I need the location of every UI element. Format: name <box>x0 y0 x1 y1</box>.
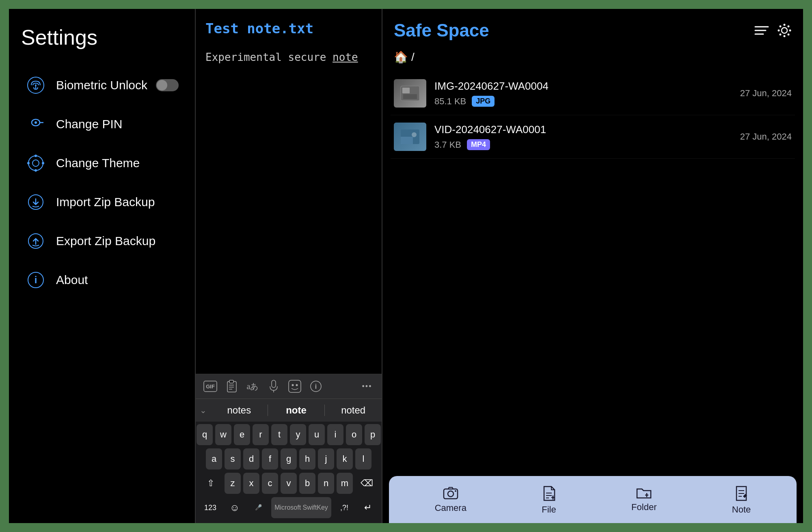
svg-point-46 <box>412 132 417 137</box>
key-b[interactable]: b <box>299 473 315 494</box>
key-voice[interactable]: 🎤 <box>248 497 269 518</box>
keyboard-row-1: q w e r t y u i o p <box>197 424 380 445</box>
svg-point-33 <box>784 24 786 26</box>
suggestion-collapse[interactable]: ⌄ <box>196 405 211 415</box>
keyboard-toolbar: GIF aあ <box>196 374 382 398</box>
key-e[interactable]: e <box>234 424 250 445</box>
kb-gif-button[interactable]: GIF <box>201 378 219 394</box>
file-date-img: 27 Jun, 2024 <box>740 88 792 99</box>
kb-mic-button[interactable] <box>265 378 283 394</box>
svg-point-36 <box>789 30 791 32</box>
filter-icon[interactable] <box>754 25 769 36</box>
svg-point-32 <box>782 28 787 33</box>
settings-item-change-theme[interactable]: Change Theme <box>21 144 183 183</box>
file-thumb-img <box>394 79 426 108</box>
suggestion-0[interactable]: notes <box>211 402 268 418</box>
svg-text:i: i <box>315 383 317 390</box>
key-punct[interactable]: ,?! <box>334 497 355 518</box>
file-meta-vid: 3.7 KB MP4 <box>434 139 740 150</box>
keyboard-bottom-row: 123 ☺ 🎤 Microsoft SwiftKey ,?! ↵ <box>197 497 380 521</box>
about-label: About <box>56 273 179 287</box>
home-icon[interactable]: 🏠 <box>394 50 408 64</box>
keyboard-row-3: ⇧ z x c v b n m ⌫ <box>197 473 380 494</box>
kb-clipboard-button[interactable] <box>222 378 240 394</box>
svg-point-6 <box>32 160 39 166</box>
key-numbers[interactable]: 123 <box>199 497 222 518</box>
key-n[interactable]: n <box>318 473 334 494</box>
key-q[interactable]: q <box>197 424 213 445</box>
toolbar-file-button[interactable]: File <box>542 486 556 515</box>
settings-title: Settings <box>21 25 183 50</box>
biometric-toggle[interactable] <box>156 79 179 91</box>
file-size-img: 85.1 KB <box>434 96 466 107</box>
folder-icon <box>636 486 652 499</box>
kb-translate-button[interactable]: aあ <box>244 378 261 394</box>
suggestion-1[interactable]: note <box>268 402 325 418</box>
file-item-img[interactable]: IMG-20240627-WA0004 85.1 KB JPG 27 Jun, … <box>391 72 795 115</box>
key-space[interactable]: Microsoft SwiftKey <box>271 497 331 518</box>
note-content-underlined: note <box>333 51 358 63</box>
key-p[interactable]: p <box>365 424 381 445</box>
key-d[interactable]: d <box>243 448 259 470</box>
svg-rect-45 <box>401 137 413 144</box>
key-emoji[interactable]: ☺ <box>224 497 245 518</box>
key-h[interactable]: h <box>299 448 315 470</box>
import-zip-icon <box>25 192 46 213</box>
key-l[interactable]: l <box>355 448 371 470</box>
settings-item-biometric[interactable]: Biometric Unlock <box>21 66 183 105</box>
key-k[interactable]: k <box>337 448 353 470</box>
file-thumb-vid <box>394 123 426 151</box>
change-pin-icon <box>25 114 46 135</box>
key-x[interactable]: x <box>243 473 259 494</box>
settings-item-export-zip[interactable]: Export Zip Backup <box>21 222 183 261</box>
file-list: IMG-20240627-WA0004 85.1 KB JPG 27 Jun, … <box>382 72 803 472</box>
key-v[interactable]: v <box>281 473 297 494</box>
kb-info-button[interactable]: i <box>307 378 325 394</box>
key-s[interactable]: s <box>225 448 241 470</box>
toolbar-folder-button[interactable]: Folder <box>631 486 657 515</box>
key-m[interactable]: m <box>337 473 353 494</box>
bottom-toolbar: Camera File <box>389 476 797 523</box>
toolbar-note-button[interactable]: Note <box>732 486 751 515</box>
breadcrumb-separator: / <box>411 51 415 64</box>
key-enter[interactable]: ↵ <box>357 497 378 518</box>
key-g[interactable]: g <box>281 448 297 470</box>
key-z[interactable]: z <box>225 473 241 494</box>
svg-point-49 <box>455 490 456 492</box>
key-c[interactable]: c <box>262 473 278 494</box>
settings-item-change-pin[interactable]: Change PIN <box>21 105 183 144</box>
key-a[interactable]: a <box>206 448 222 470</box>
kb-more-button[interactable]: ••• <box>358 378 376 394</box>
key-o[interactable]: o <box>346 424 362 445</box>
safespace-settings-icon[interactable] <box>777 23 792 38</box>
note-icon <box>735 486 748 501</box>
settings-item-about[interactable]: i About <box>21 261 183 299</box>
key-shift[interactable]: ⇧ <box>199 473 222 494</box>
biometric-label: Biometric Unlock <box>56 78 156 92</box>
key-i[interactable]: i <box>327 424 343 445</box>
export-zip-label: Export Zip Backup <box>56 234 179 248</box>
file-item-vid[interactable]: VID-20240627-WA0001 3.7 KB MP4 27 Jun, 2… <box>391 115 795 159</box>
file-badge-jpg: JPG <box>472 96 495 107</box>
kb-sticker-button[interactable] <box>286 378 304 394</box>
about-icon: i <box>25 269 46 291</box>
suggestion-2[interactable]: noted <box>325 402 382 418</box>
key-j[interactable]: j <box>318 448 334 470</box>
file-info-img: IMG-20240627-WA0004 85.1 KB JPG <box>434 80 740 107</box>
svg-rect-42 <box>402 88 410 93</box>
toolbar-camera-button[interactable]: Camera <box>435 486 466 515</box>
file-badge-mp4: MP4 <box>467 139 490 150</box>
settings-item-import-zip[interactable]: Import Zip Backup <box>21 183 183 222</box>
keyboard-area: GIF aあ <box>196 374 382 523</box>
key-u[interactable]: u <box>309 424 325 445</box>
key-w[interactable]: w <box>215 424 231 445</box>
key-r[interactable]: r <box>253 424 269 445</box>
key-backspace[interactable]: ⌫ <box>355 473 378 494</box>
import-zip-label: Import Zip Backup <box>56 195 179 209</box>
key-f[interactable]: f <box>262 448 278 470</box>
key-t[interactable]: t <box>271 424 287 445</box>
svg-point-35 <box>778 30 780 32</box>
camera-icon <box>443 486 458 500</box>
key-y[interactable]: y <box>290 424 306 445</box>
note-content-area[interactable]: Experimental secure note <box>196 43 382 374</box>
